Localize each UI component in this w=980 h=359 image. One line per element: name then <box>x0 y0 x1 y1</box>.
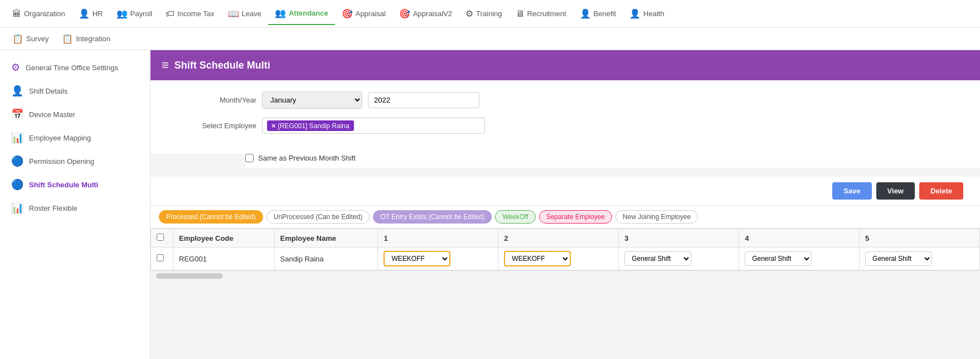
day2-select[interactable]: WEEKOFF General Shift <box>504 251 571 266</box>
nav-appraisalv2-label: AppraisalV2 <box>413 9 452 18</box>
employee-select-container[interactable]: × [REG001] Sandip Raina <box>262 118 485 134</box>
permission-opening-icon: 🔵 <box>11 155 23 167</box>
nav-training-label: Training <box>476 9 502 18</box>
nav-integration-label: Integration <box>76 35 110 43</box>
hr-icon: 👤 <box>79 8 90 19</box>
day3-select[interactable]: General Shift WEEKOFF <box>624 251 691 266</box>
main-layout: ⚙ General Time Office Settings 👤 Shift D… <box>0 50 980 359</box>
sidebar-item-employee-mapping-label: Employee Mapping <box>29 134 91 142</box>
general-time-icon: ⚙ <box>11 61 20 74</box>
save-button[interactable]: Save <box>832 182 871 200</box>
emp-code-value: REG001 <box>179 255 207 263</box>
employee-mapping-icon: 📊 <box>11 132 23 144</box>
day1-cell: WEEKOFF General Shift <box>378 248 498 270</box>
month-year-row: Month/Year January February March April … <box>167 91 963 109</box>
col-emp-name-label: Employee Name <box>280 234 336 242</box>
employee-tag-remove[interactable]: × <box>271 122 276 130</box>
nav-health[interactable]: 👤 Health <box>623 3 671 25</box>
sidebar-item-roster-flexible-label: Roster Flexible <box>29 204 77 212</box>
nav-income-tax[interactable]: 🏷 Income Tax <box>159 3 221 25</box>
select-all-checkbox[interactable] <box>157 234 164 241</box>
sidebar-item-shift-schedule-multi[interactable]: 🔵 Shift Schedule Multi <box>0 173 150 196</box>
content-area: ≡ Shift Schedule Multi Month/Year Januar… <box>151 50 980 359</box>
integration-icon: 📋 <box>62 33 73 44</box>
nav-attendance[interactable]: 👥 Attendance <box>268 2 335 25</box>
shift-schedule-multi-icon: 🔵 <box>11 178 23 191</box>
nav-hr[interactable]: 👤 HR <box>72 3 110 25</box>
nav-organization[interactable]: 🏛 Organization <box>6 3 72 25</box>
sidebar-item-permission-opening-label: Permission Opening <box>29 157 94 166</box>
employee-tag-label: [REG001] Sandip Raina <box>278 122 350 130</box>
month-select[interactable]: January February March April May June Ju… <box>262 91 362 109</box>
delete-button[interactable]: Delete <box>919 182 963 200</box>
day5-cell: General Shift WEEKOFF <box>860 248 980 270</box>
nav-recruitment-label: Recruitment <box>527 9 566 18</box>
attendance-icon: 👥 <box>275 8 286 18</box>
buttons-row: Save View Delete <box>151 177 980 205</box>
emp-code-cell: REG001 <box>173 248 275 270</box>
same-as-prev-row: Same as Previous Month Shift <box>245 154 980 168</box>
payroll-icon: 👥 <box>117 8 128 19</box>
nav-appraisal[interactable]: 🎯 Appraisal <box>335 3 392 25</box>
nav-recruitment[interactable]: 🖥 Recruitment <box>509 3 573 25</box>
nav-payroll[interactable]: 👥 Payroll <box>110 3 159 25</box>
col-day1-label: 1 <box>384 234 387 242</box>
scroll-thumb[interactable] <box>156 273 223 279</box>
day1-select[interactable]: WEEKOFF General Shift <box>384 251 450 266</box>
survey-icon: 📋 <box>12 33 23 44</box>
sidebar-item-roster-flexible[interactable]: 📊 Roster Flexible <box>0 196 150 220</box>
training-icon: ⚙ <box>465 8 473 19</box>
row-checkbox[interactable] <box>157 254 164 261</box>
sidebar-item-device-master[interactable]: 📅 Device Master <box>0 103 150 126</box>
col-day4-label: 4 <box>745 234 749 242</box>
recruitment-icon: 🖥 <box>516 9 525 19</box>
form-section: Month/Year January February March April … <box>151 80 980 154</box>
legend-ot: OT Entry Exists (Cannot be Edited) <box>373 210 492 224</box>
col-emp-code-label: Employee Code <box>179 234 234 242</box>
nav-leave[interactable]: 📖 Leave <box>221 3 268 25</box>
nav-organization-label: Organization <box>24 9 65 18</box>
col-day5: 5 <box>860 229 980 248</box>
day4-select[interactable]: General Shift WEEKOFF <box>745 251 812 266</box>
view-button[interactable]: View <box>876 182 915 200</box>
col-day2: 2 <box>498 229 619 248</box>
sidebar-item-shift-details[interactable]: 👤 Shift Details <box>0 79 150 103</box>
select-employee-row: Select Employee × [REG001] Sandip Raina <box>167 118 963 134</box>
benefit-icon: 👤 <box>580 8 591 19</box>
same-as-prev-checkbox[interactable] <box>245 154 254 162</box>
legend-unprocessed: UnProcessed (Can be Edited) <box>266 210 370 224</box>
day3-cell: General Shift WEEKOFF <box>619 248 739 270</box>
sidebar-item-employee-mapping[interactable]: 📊 Employee Mapping <box>0 126 150 149</box>
emp-name-value: Sandip Raina <box>280 255 324 263</box>
nav-training[interactable]: ⚙ Training <box>459 3 508 25</box>
top-nav-row2: 📋 Survey 📋 Integration <box>0 28 980 50</box>
nav-survey[interactable]: 📋 Survey <box>6 28 55 50</box>
col-day3: 3 <box>619 229 739 248</box>
nav-attendance-label: Attendance <box>289 9 328 17</box>
col-emp-name: Employee Name <box>274 229 378 248</box>
legend-processed: Processed (Cannot be Edited) <box>159 210 263 224</box>
year-input[interactable] <box>368 92 479 108</box>
col-day5-label: 5 <box>865 234 869 242</box>
day5-select[interactable]: General Shift WEEKOFF <box>865 251 932 266</box>
table-container: Employee Code Employee Name 1 2 3 <box>151 229 980 270</box>
sidebar-item-general-time[interactable]: ⚙ General Time Office Settings <box>0 56 150 79</box>
legend-new-joining: New Joining Employee <box>615 210 698 224</box>
shift-details-icon: 👤 <box>11 85 23 97</box>
appraisalv2-icon: 🎯 <box>399 8 410 19</box>
col-day4: 4 <box>739 229 860 248</box>
page-header: ≡ Shift Schedule Multi <box>151 50 980 80</box>
leave-icon: 📖 <box>228 8 239 19</box>
col-day2-label: 2 <box>504 234 508 242</box>
page-header-icon: ≡ <box>162 58 169 72</box>
table-scroll-bar <box>151 270 980 281</box>
roster-flexible-icon: 📊 <box>11 202 23 214</box>
nav-integration[interactable]: 📋 Integration <box>55 28 117 50</box>
nav-appraisalv2[interactable]: 🎯 AppraisalV2 <box>392 3 459 25</box>
page-title: Shift Schedule Multi <box>174 60 270 71</box>
select-employee-label: Select Employee <box>167 122 256 130</box>
sidebar-item-device-master-label: Device Master <box>29 110 75 119</box>
nav-benefit[interactable]: 👤 Benefit <box>573 3 623 25</box>
legend-row: Processed (Cannot be Edited) UnProcessed… <box>151 205 980 229</box>
sidebar-item-permission-opening[interactable]: 🔵 Permission Opening <box>0 149 150 173</box>
